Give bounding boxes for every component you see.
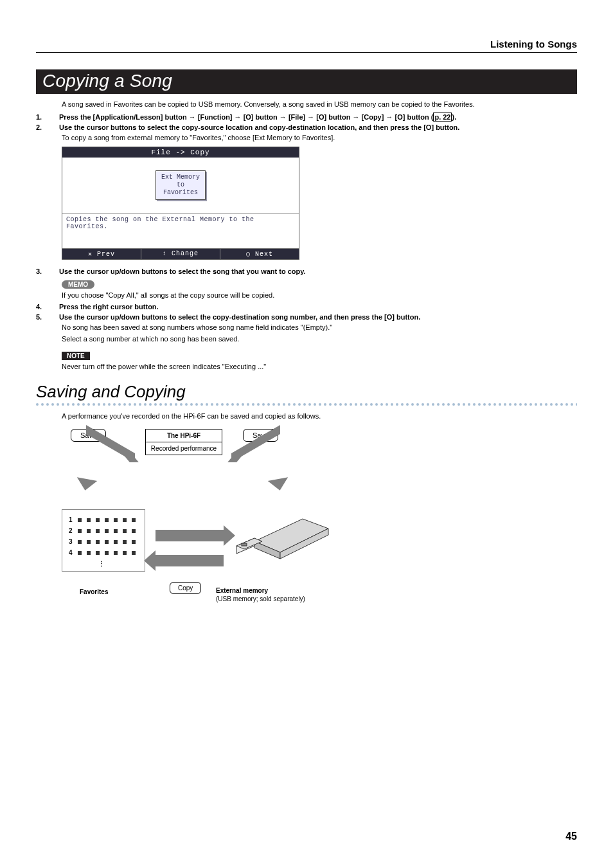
text: (USB memory; sold separately): [216, 595, 305, 602]
square-icon: [114, 540, 118, 544]
screen-option-tile: Ext Memory to Favorites: [155, 170, 206, 200]
square-icon: [96, 540, 100, 544]
heading-copying-a-song: Copying a Song: [36, 69, 577, 94]
heading-saving-and-copying: Saving and Copying: [36, 382, 577, 402]
step-text: Use the cursor up/down buttons to select…: [59, 313, 577, 321]
arrow-icon: →: [353, 113, 360, 121]
row-num: 1: [69, 516, 73, 523]
dotted-rule: [36, 403, 577, 407]
memo-badge: MEMO: [62, 280, 94, 289]
row-num: 4: [69, 549, 73, 556]
arrow-head-icon: [268, 477, 290, 492]
text: Favorites: [161, 189, 200, 197]
arrow-line: [155, 555, 224, 566]
step-5: 5. Use the cursor up/down buttons to sel…: [36, 313, 577, 321]
square-icon: [78, 540, 82, 544]
step-2: 2. Use the cursor buttons to select the …: [36, 123, 577, 131]
step-number: 5.: [36, 313, 48, 321]
footer-change: ↕ Change: [141, 249, 220, 259]
arrow-icon: →: [235, 113, 242, 121]
arrow-icon: →: [189, 113, 196, 121]
square-icon: [96, 551, 100, 555]
square-icon: [96, 518, 100, 522]
text: [O] button: [316, 113, 352, 121]
arrow-icon: →: [386, 113, 393, 121]
screen-title: File -> Copy: [62, 147, 299, 158]
perf-body: Recorded performance: [146, 442, 222, 455]
square-icon: [96, 529, 100, 533]
footer-next: ◯ Next: [220, 249, 299, 259]
text: [O] button: [244, 113, 280, 121]
step-text: Press the [Application/Lesson] button → …: [59, 113, 577, 121]
step-4: 4. Press the right cursor button.: [36, 303, 577, 311]
updown-icon: ↕: [163, 250, 167, 257]
arrow-head-icon: [75, 477, 98, 492]
square-icon: [123, 518, 127, 522]
text: [O] button (: [395, 113, 434, 121]
svg-rect-5: [242, 543, 247, 546]
list-row: 2: [69, 527, 136, 534]
square-icon: [123, 540, 127, 544]
square-icon: [114, 551, 118, 555]
square-icon: [132, 529, 136, 533]
favorites-list: 1 2 3 4 ⋮: [62, 509, 145, 572]
square-icon: [105, 529, 109, 533]
arrow-icon: →: [307, 113, 314, 121]
step-5-sub2: Select a song number at which no song ha…: [62, 335, 577, 343]
square-icon: [87, 518, 91, 522]
step-number: 3.: [36, 267, 48, 275]
row-num: 3: [69, 538, 73, 545]
square-icon: [114, 529, 118, 533]
step-5-sub1: No song has been saved at song numbers w…: [62, 323, 577, 331]
breadcrumb: Listening to Songs: [36, 39, 577, 53]
text: Press the [Application/Lesson] button: [59, 113, 189, 121]
intro-text: A song saved in Favorites can be copied …: [62, 100, 577, 108]
square-icon: [132, 551, 136, 555]
square-icon: [114, 518, 118, 522]
arrow-head-icon: [144, 550, 155, 571]
list-row: 3: [69, 538, 136, 545]
step-2-sub: To copy a song from external memory to "…: [62, 134, 577, 141]
text: Ext Memory: [161, 174, 200, 181]
step-number: 2.: [36, 123, 48, 131]
step-text: Press the right cursor button.: [59, 303, 577, 311]
step-text: Use the cursor buttons to select the cop…: [59, 123, 577, 131]
screen-body: Ext Memory to Favorites: [62, 158, 299, 213]
square-icon: [78, 518, 82, 522]
footer-prev: ✕ Prev: [62, 249, 141, 259]
list-row: 4: [69, 549, 136, 556]
step-number: 1.: [36, 113, 48, 121]
arrow-icon: →: [280, 113, 287, 121]
text: [Function]: [198, 113, 235, 121]
square-icon: [123, 551, 127, 555]
note-badge: NOTE: [62, 352, 90, 360]
text: ).: [452, 113, 456, 121]
favorites-label: Favorites: [80, 588, 108, 595]
ellipsis-icon: ⋮: [69, 560, 136, 567]
list-row: 1: [69, 516, 136, 523]
square-icon: [123, 529, 127, 533]
square-icon: [132, 540, 136, 544]
text: External memory: [216, 587, 268, 594]
step-1: 1. Press the [Application/Lesson] button…: [36, 113, 577, 121]
usb-drive-icon: [229, 506, 332, 564]
square-icon: [105, 518, 109, 522]
square-icon: [87, 551, 91, 555]
row-num: 2: [69, 527, 73, 534]
arrow-line: [86, 425, 135, 462]
copy-label: Copy: [170, 582, 201, 594]
save-copy-diagram: Save Save The HPi-6F Recorded performanc…: [62, 429, 396, 609]
external-memory-label: External memory (USB memory; sold separa…: [216, 586, 305, 603]
screen-description: Copies the song on the External Memory t…: [62, 213, 299, 249]
page-number: 45: [565, 831, 577, 842]
arrow-line: [155, 530, 224, 541]
screen-footer: ✕ Prev ↕ Change ◯ Next: [62, 249, 299, 259]
square-icon: [87, 529, 91, 533]
h2-sub: A performance you've recorded on the HPi…: [62, 412, 577, 420]
perf-title: The HPi-6F: [146, 429, 222, 442]
step-number: 4.: [36, 303, 48, 311]
device-screenshot: File -> Copy Ext Memory to Favorites Cop…: [62, 147, 299, 260]
square-icon: [132, 518, 136, 522]
page-link[interactable]: p. 22: [433, 113, 452, 122]
step-text: Use the cursor up/down buttons to select…: [59, 267, 577, 275]
